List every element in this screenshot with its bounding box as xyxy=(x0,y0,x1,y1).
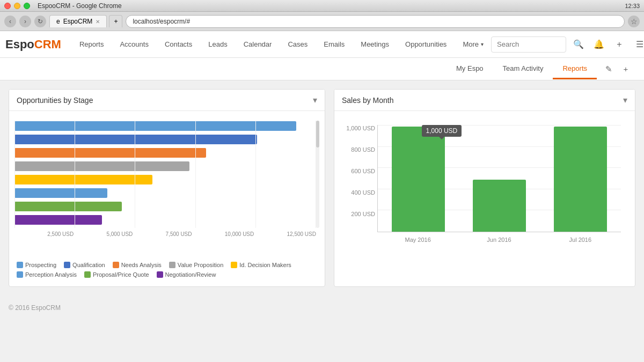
h-bar xyxy=(14,148,206,158)
menu-btn[interactable]: ☰ xyxy=(632,36,644,53)
v-bar[interactable] xyxy=(473,180,525,232)
v-x-label: Jun 2016 xyxy=(458,237,539,243)
nav-contacts[interactable]: Contacts xyxy=(157,31,200,58)
app-logo[interactable]: EspoCRM xyxy=(5,38,61,51)
h-bar-row xyxy=(14,201,319,212)
legend-item: Id. Decision Makers xyxy=(231,262,291,268)
browser-tab[interactable]: e EspoCRM ✕ xyxy=(49,15,107,27)
h-bar-chart: 2,500 USD 5,000 USD 7,500 USD 10,000 USD… xyxy=(14,116,319,258)
scrollbar-thumb[interactable] xyxy=(316,121,319,147)
tab-favicon: e xyxy=(56,18,60,25)
v-bar[interactable] xyxy=(392,127,444,232)
legend-label: Qualification xyxy=(72,262,105,268)
url-text: localhost/espocrm/# xyxy=(133,18,190,25)
os-status-bar: 12:33 xyxy=(625,3,640,9)
tab-close-btn[interactable]: ✕ xyxy=(96,19,100,25)
opportunities-by-stage-panel: Opportunities by Stage ▾ xyxy=(9,89,325,287)
logo-espo-text: Espo xyxy=(5,38,34,51)
v-bar[interactable] xyxy=(554,127,606,232)
new-tab-btn[interactable]: + xyxy=(109,15,122,27)
search-btn[interactable]: 🔍 xyxy=(570,36,587,53)
x-label-2: 5,000 USD xyxy=(106,231,133,237)
legend-item: Qualification xyxy=(64,262,105,268)
v-bars-container xyxy=(378,125,621,232)
os-time: 12:33 xyxy=(625,3,640,9)
h-bar-row xyxy=(14,147,319,158)
close-window-btn[interactable] xyxy=(4,3,11,9)
h-bar-row xyxy=(14,215,319,225)
nav-meetings[interactable]: Meetings xyxy=(353,31,397,58)
h-bar-row xyxy=(14,161,319,172)
nav-more[interactable]: More ▾ xyxy=(455,31,491,58)
maximize-window-btn[interactable] xyxy=(24,3,30,9)
legend-label: Value Proposition xyxy=(178,262,223,268)
add-dashboard-btn[interactable]: + xyxy=(618,62,633,77)
bars-scroll-area[interactable] xyxy=(14,121,319,228)
dashboard-tab-actions: ✎ + xyxy=(601,62,633,77)
h-bar xyxy=(14,215,102,225)
legend-color-dot xyxy=(84,271,91,278)
scrollbar-track xyxy=(316,121,319,228)
v-chart-area: 1,000 USD xyxy=(377,125,621,232)
x-label-5: 12,500 USD xyxy=(287,231,316,237)
panel-toggle-sales[interactable]: ▾ xyxy=(623,95,627,105)
forward-btn[interactable]: › xyxy=(19,16,31,27)
y-label-2: 600 USD xyxy=(344,168,375,174)
search-input[interactable] xyxy=(491,36,566,53)
panel-toggle-opp[interactable]: ▾ xyxy=(313,95,317,105)
h-bar xyxy=(14,188,107,198)
tab-my-espo[interactable]: My Espo xyxy=(447,59,493,79)
tab-reports[interactable]: Reports xyxy=(553,59,597,79)
h-bar-row xyxy=(14,174,319,185)
nav-calendar[interactable]: Calendar xyxy=(236,31,280,58)
y-label-0: 1,000 USD xyxy=(344,125,375,131)
legend-color-dot xyxy=(169,262,175,268)
y-axis-labels: 1,000 USD 800 USD 600 USD 400 USD 200 US… xyxy=(344,125,375,232)
dashboard-tabs: My Espo Team Activity Reports ✎ + xyxy=(0,58,644,80)
chevron-down-icon: ▾ xyxy=(481,41,484,47)
legend-item: Proposal/Price Quote xyxy=(84,271,149,278)
legend-color-dot xyxy=(64,262,70,268)
add-btn[interactable]: + xyxy=(611,36,627,53)
x-label-1: 2,500 USD xyxy=(47,231,74,237)
h-bar-row xyxy=(14,121,319,131)
v-bar-group xyxy=(378,125,459,232)
tab-title: EspoCRM xyxy=(63,18,93,25)
address-bar[interactable]: localhost/espocrm/# xyxy=(126,15,625,28)
legend-item: Perception Analysis xyxy=(17,271,77,278)
legend-label: Needs Analysis xyxy=(121,262,162,268)
h-bar xyxy=(14,121,296,131)
v-x-label: May 2016 xyxy=(377,237,458,243)
nav-opportunities[interactable]: Opportunities xyxy=(398,31,454,58)
legend-color-dot xyxy=(17,271,23,278)
x-label-4: 10,000 USD xyxy=(225,231,254,237)
bookmark-btn[interactable]: ☆ xyxy=(628,16,640,27)
v-bar-chart: 1,000 USD 800 USD 600 USD 400 USD 200 US… xyxy=(340,116,630,272)
opp-legend: ProspectingQualificationNeeds AnalysisVa… xyxy=(14,258,319,281)
legend-color-dot xyxy=(231,262,237,268)
notifications-btn[interactable]: 🔔 xyxy=(591,36,607,53)
legend-color-dot xyxy=(157,271,163,278)
edit-dashboard-btn[interactable]: ✎ xyxy=(601,62,616,77)
legend-color-dot xyxy=(17,262,23,268)
nav-cases[interactable]: Cases xyxy=(280,31,315,58)
h-bar-row xyxy=(14,188,319,198)
h-bar xyxy=(14,175,152,184)
app-navbar: EspoCRM Reports Accounts Contacts Leads … xyxy=(0,31,644,58)
legend-label: Proposal/Price Quote xyxy=(93,271,149,278)
nav-leads[interactable]: Leads xyxy=(201,31,235,58)
tab-team-activity[interactable]: Team Activity xyxy=(493,59,553,79)
reload-btn[interactable]: ↻ xyxy=(34,16,46,27)
nav-right-actions: 🔍 🔔 + ☰ xyxy=(491,36,644,53)
sales-panel-title: Sales by Month xyxy=(342,96,394,105)
nav-emails[interactable]: Emails xyxy=(316,31,352,58)
nav-reports[interactable]: Reports xyxy=(72,31,112,58)
legend-item: Prospecting xyxy=(17,262,56,268)
nav-accounts[interactable]: Accounts xyxy=(112,31,156,58)
minimize-window-btn[interactable] xyxy=(14,3,20,9)
footer: © 2016 EspoCRM xyxy=(0,295,644,320)
legend-item: Needs Analysis xyxy=(113,262,162,268)
sales-by-month-panel: Sales by Month ▾ 1,000 USD 800 USD 600 U… xyxy=(334,89,635,287)
panel-header-sales: Sales by Month ▾ xyxy=(334,90,635,111)
back-btn[interactable]: ‹ xyxy=(4,16,16,27)
